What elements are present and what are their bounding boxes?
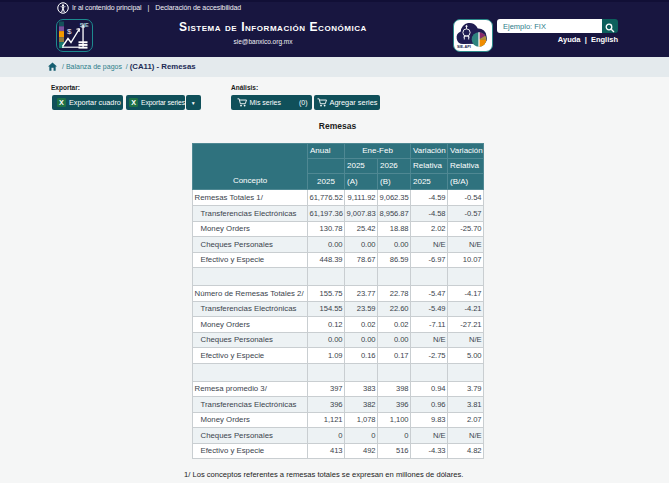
svg-text:SIE-API: SIE-API	[457, 45, 471, 49]
svg-text:SIE: SIE	[80, 22, 89, 28]
svg-text:X: X	[59, 98, 64, 107]
svg-text:$: $	[67, 27, 72, 36]
svg-text:X: X	[131, 98, 136, 107]
